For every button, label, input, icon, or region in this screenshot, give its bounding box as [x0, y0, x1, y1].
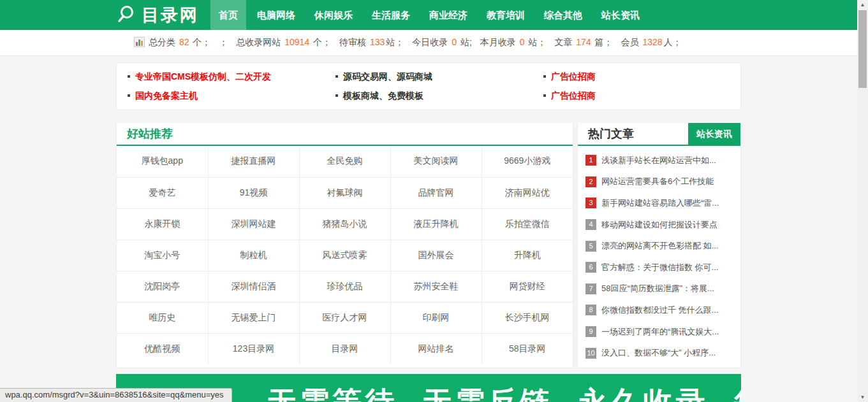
site-link[interactable]: 升降机 [482, 240, 573, 271]
rank-badge: 6 [585, 262, 596, 273]
nav-item-misc-other[interactable]: 综合其他 [536, 0, 591, 30]
site-link[interactable]: 珍珍优品 [299, 271, 390, 302]
table-row: 厚钱包app 捷报直播网 全民免购 美文阅读网 9669小游戏 [117, 146, 573, 177]
nav-item-webmaster-news[interactable]: 站长资讯 [593, 0, 648, 30]
rank-badge: 10 [585, 348, 596, 359]
site-link[interactable]: 苏州安全鞋 [390, 271, 482, 302]
bullet-icon [128, 94, 130, 97]
site-link[interactable]: 捷报直播网 [208, 146, 299, 177]
rank-badge: 3 [585, 197, 596, 208]
list-item[interactable]: 9一场迟到了两年的“腾讯文娱大... [585, 321, 733, 343]
table-row: 淘宝小号 制粒机 风送式喷雾 国外展会 升降机 [117, 240, 573, 271]
status-url-tooltip: wpa.qq.com/msgrd?v=3&uin=8638516&site=qq… [0, 388, 232, 402]
rank-badge: 7 [585, 284, 596, 294]
site-link[interactable]: 目录网 [299, 333, 390, 364]
bar-chart-icon [134, 37, 149, 49]
list-item[interactable]: 6官方解惑：关于微信指数 你可... [585, 257, 733, 278]
rank-badge: 2 [585, 176, 596, 187]
stat-today-included: 今日收录 0 站; [412, 37, 471, 48]
hot-articles-header: 热门文章 站长资讯 [578, 123, 740, 146]
rank-badge: 4 [585, 219, 596, 230]
stat-total-categories: 总分类 82 个； [149, 37, 210, 48]
site-link[interactable]: 印刷网 [390, 302, 482, 333]
list-item[interactable]: 2网站运营需要具备6个工作技能 [585, 171, 733, 193]
site-link[interactable]: 91视频 [208, 177, 299, 208]
site-link[interactable]: 深圳情侣酒 [208, 271, 299, 302]
site-link[interactable]: 9669小游戏 [482, 146, 573, 177]
rank-badge: 5 [585, 241, 596, 252]
nav-item-life-services[interactable]: 生活服务 [364, 0, 418, 30]
bullet-icon [543, 94, 546, 97]
stat-members: 会员 1328人； [621, 37, 682, 48]
recommended-sites-table: 厚钱包app 捷报直播网 全民免购 美文阅读网 9669小游戏 爱奇艺 91视频… [117, 146, 573, 364]
hot-articles-title: 热门文章 [588, 123, 634, 145]
site-link[interactable]: 123目录网 [208, 333, 299, 364]
site-link[interactable]: 猪猪岛小说 [299, 208, 390, 240]
site-link[interactable]: 唯历史 [117, 302, 208, 333]
list-item[interactable]: 5漂亮的网站离不开色彩搭配 如... [585, 235, 733, 257]
site-link[interactable]: 医疗人才网 [299, 302, 390, 333]
site-link[interactable]: 网贷财经 [482, 271, 573, 302]
rank-badge: 1 [585, 155, 596, 166]
vertical-scrollbar[interactable]: ▲ ▼ [857, 0, 868, 402]
list-item[interactable]: 758回应“简历数据泄露”：将展... [585, 278, 733, 300]
site-link[interactable]: 国外展会 [390, 240, 482, 271]
ad-link-ad-slot-2[interactable]: 广告位招商 [533, 90, 740, 102]
site-link[interactable]: 品牌官网 [390, 177, 482, 208]
site-link[interactable]: 制粒机 [208, 240, 299, 271]
list-item[interactable]: 8你微信指数都没过千 凭什么跟... [585, 299, 733, 321]
list-item[interactable]: 4移动网站建设如何把握设计要点 [585, 214, 733, 236]
site-link[interactable]: 全民免购 [299, 146, 390, 177]
table-row: 唯历史 无锡爱上门 医疗人才网 印刷网 长沙手机网 [117, 302, 573, 333]
site-logo[interactable]: 目录网 [116, 4, 199, 27]
scroll-down-arrow-icon[interactable]: ▼ [857, 392, 868, 402]
ad-link-free-hosting[interactable]: 国内免备案主机 [117, 90, 325, 102]
list-item[interactable]: 1浅谈新手站长在网站运营中如... [585, 150, 733, 171]
site-link[interactable]: 风送式喷雾 [299, 240, 390, 271]
ad-link-template-mall[interactable]: 模板商城、免费模板 [325, 90, 533, 102]
hot-articles-panel: 热门文章 站长资讯 1浅谈新手站长在网站运营中如... 2网站运营需要具备6个工… [577, 123, 741, 368]
site-link[interactable]: 美文阅读网 [390, 146, 482, 177]
table-row: 爱奇艺 91视频 衬氟球阀 品牌官网 济南网站优 [117, 177, 573, 208]
scroll-up-arrow-icon[interactable]: ▲ [857, 0, 868, 10]
site-link[interactable]: 衬氟球阀 [299, 177, 390, 208]
nav-item-business-economy[interactable]: 商业经济 [421, 0, 476, 30]
ad-link-ad-slot-1[interactable]: 广告位招商 [533, 71, 740, 83]
webmaster-news-button[interactable]: 站长资讯 [688, 123, 740, 146]
stat-pending-review: 待审核 133站； [339, 37, 404, 48]
site-link[interactable]: 淘宝小号 [117, 240, 208, 271]
logo-text: 目录网 [142, 4, 199, 27]
scrollbar-thumb[interactable] [858, 10, 867, 88]
nav-item-education-training[interactable]: 教育培训 [478, 0, 533, 30]
bullet-icon [335, 75, 338, 78]
site-link[interactable]: 无锡爱上门 [208, 302, 299, 333]
stat-articles: 文章 174 篇； [554, 37, 612, 48]
nav-item-home[interactable]: 首页 [210, 0, 246, 30]
site-link[interactable]: 永康开锁 [117, 208, 208, 240]
site-link[interactable]: 乐拍堂微信 [482, 208, 573, 240]
rank-badge: 8 [585, 305, 596, 315]
site-link[interactable]: 网站排名 [390, 333, 482, 364]
ad-link-source-market[interactable]: 源码交易网、源码商城 [325, 71, 533, 83]
bullet-icon [335, 94, 338, 97]
site-link[interactable]: 沈阳岗亭 [117, 271, 208, 302]
list-item[interactable]: 3新手网站建站容易踏入哪些“雷... [585, 192, 733, 214]
article-list: 1浅谈新手站长在网站运营中如... 2网站运营需要具备6个工作技能 3新手网站建… [578, 146, 740, 368]
nav-item-leisure-entertainment[interactable]: 休闲娱乐 [306, 0, 361, 30]
ad-link-cms-template[interactable]: 专业帝国CMS模板仿制、二次开发 [117, 71, 325, 83]
site-link[interactable]: 58目录网 [482, 333, 573, 364]
promo-banner-text: 无需等待 无需反链 永久收录 每站10元 [267, 383, 741, 402]
site-link[interactable]: 厚钱包app [117, 146, 208, 177]
stat-month-included: 本月收录 0 站； [480, 37, 547, 48]
nav-item-computer-network[interactable]: 电脑网络 [249, 0, 304, 30]
site-link[interactable]: 长沙手机网 [482, 302, 573, 333]
site-link[interactable]: 液压升降机 [390, 208, 482, 240]
table-row: 永康开锁 深圳网站建 猪猪岛小说 液压升降机 乐拍堂微信 [117, 208, 573, 240]
site-link[interactable]: 爱奇艺 [117, 177, 208, 208]
site-header: 目录网 首页 电脑网络 休闲娱乐 生活服务 商业经济 教育培训 综合其他 站长资… [0, 0, 857, 30]
bullet-icon [543, 75, 546, 78]
list-item[interactable]: 10没入口、数据不够“大” 小程序... [585, 342, 733, 364]
site-link[interactable]: 优酷视频 [117, 333, 208, 364]
site-link[interactable]: 济南网站优 [482, 177, 573, 208]
site-link[interactable]: 深圳网站建 [208, 208, 299, 240]
